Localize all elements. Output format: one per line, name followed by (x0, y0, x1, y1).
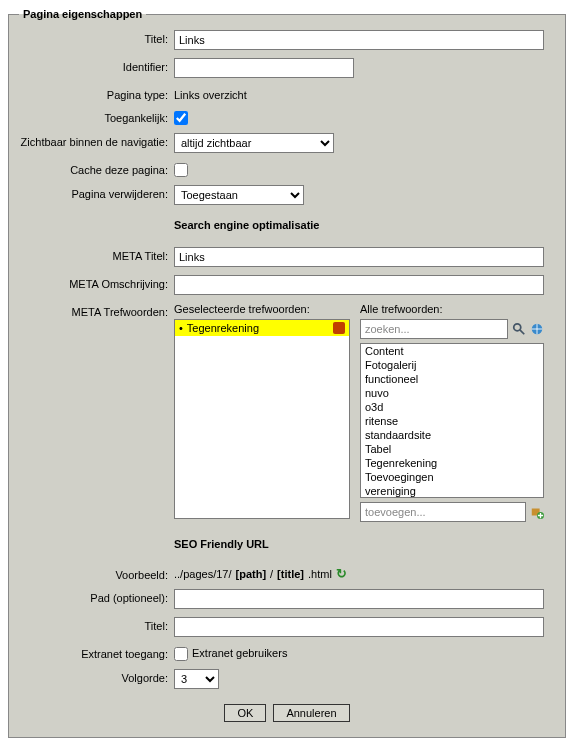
label-pad: Pad (optioneel): (19, 589, 174, 604)
all-keywords-label: Alle trefwoorden: (360, 303, 544, 315)
url-example: ../pages/17/[path]/[title].html ↻ (174, 566, 347, 581)
keyword-item[interactable]: Content (361, 344, 543, 358)
label-titel2: Titel: (19, 617, 174, 632)
globe-icon[interactable] (529, 322, 544, 337)
label-identifier: Identifier: (19, 58, 174, 73)
label-meta-trefwoorden: META Trefwoorden: (19, 303, 174, 318)
keyword-item[interactable]: standaardsite (361, 428, 543, 442)
titel-input[interactable] (174, 30, 544, 50)
label-cache: Cache deze pagina: (19, 161, 174, 176)
zichtbaar-select[interactable]: altijd zichtbaar (174, 133, 334, 153)
keyword-search-input[interactable] (360, 319, 508, 339)
keyword-item[interactable]: Tabel (361, 442, 543, 456)
bullet-icon: • (179, 322, 183, 334)
keyword-item[interactable]: Fotogalerij (361, 358, 543, 372)
label-verwijderen: Pagina verwijderen: (19, 185, 174, 200)
extranet-checkbox[interactable] (174, 647, 188, 661)
selected-keywords-listbox[interactable]: • Tegenrekening (174, 319, 350, 519)
label-pagina-type: Pagina type: (19, 86, 174, 101)
label-titel: Titel: (19, 30, 174, 45)
selected-keyword-text: Tegenrekening (187, 322, 259, 334)
label-meta-omschrijving: META Omschrijving: (19, 275, 174, 290)
label-toegankelijk: Toegankelijk: (19, 109, 174, 124)
all-keywords-listbox[interactable]: ContentFotogalerijfunctioneelnuvoo3drite… (360, 343, 544, 498)
fieldset-legend: Pagina eigenschappen (19, 8, 146, 20)
titel2-input[interactable] (174, 617, 544, 637)
lock-icon[interactable] (333, 322, 345, 334)
seo-header: Search engine optimalisatie (174, 219, 320, 231)
keyword-item[interactable]: Toevoegingen (361, 470, 543, 484)
pad-input[interactable] (174, 589, 544, 609)
keyword-item[interactable]: vereniging (361, 484, 543, 498)
extranet-text: Extranet gebruikers (192, 647, 287, 659)
cache-checkbox[interactable] (174, 163, 188, 177)
toegankelijk-checkbox[interactable] (174, 111, 188, 125)
selected-keywords-label: Geselecteerde trefwoorden: (174, 303, 350, 315)
search-icon[interactable] (511, 322, 526, 337)
svg-line-1 (519, 330, 523, 334)
page-properties-fieldset: Pagina eigenschappen Titel: Identifier: … (8, 8, 566, 738)
keyword-item[interactable]: o3d (361, 400, 543, 414)
label-meta-titel: META Titel: (19, 247, 174, 262)
ok-button[interactable]: OK (224, 704, 266, 722)
svg-point-0 (513, 324, 520, 331)
volgorde-select[interactable]: 3 (174, 669, 219, 689)
meta-omschrijving-input[interactable] (174, 275, 544, 295)
keyword-item[interactable]: Tegenrekening (361, 456, 543, 470)
add-keyword-icon[interactable] (529, 505, 544, 520)
seo-url-header: SEO Friendly URL (174, 538, 269, 550)
label-voorbeeld: Voorbeeld: (19, 566, 174, 581)
meta-titel-input[interactable] (174, 247, 544, 267)
keyword-add-input[interactable] (360, 502, 526, 522)
label-volgorde: Volgorde: (19, 669, 174, 684)
selected-keyword-item[interactable]: • Tegenrekening (175, 320, 349, 336)
pagina-type-value: Links overzicht (174, 86, 555, 101)
keyword-item[interactable]: functioneel (361, 372, 543, 386)
verwijderen-select[interactable]: Toegestaan (174, 185, 304, 205)
identifier-input[interactable] (174, 58, 354, 78)
cancel-button[interactable]: Annuleren (273, 704, 349, 722)
refresh-icon[interactable]: ↻ (336, 566, 347, 581)
keyword-item[interactable]: nuvo (361, 386, 543, 400)
keyword-item[interactable]: ritense (361, 414, 543, 428)
label-zichtbaar: Zichtbaar binnen de navigatie: (19, 133, 174, 148)
label-extranet: Extranet toegang: (19, 645, 174, 660)
